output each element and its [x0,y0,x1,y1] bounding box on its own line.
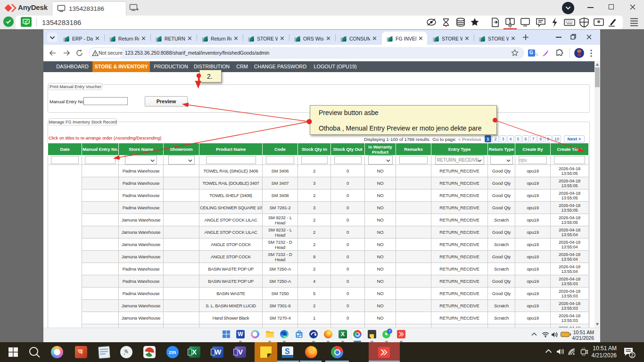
svg-text:2: 2 [631,353,634,358]
